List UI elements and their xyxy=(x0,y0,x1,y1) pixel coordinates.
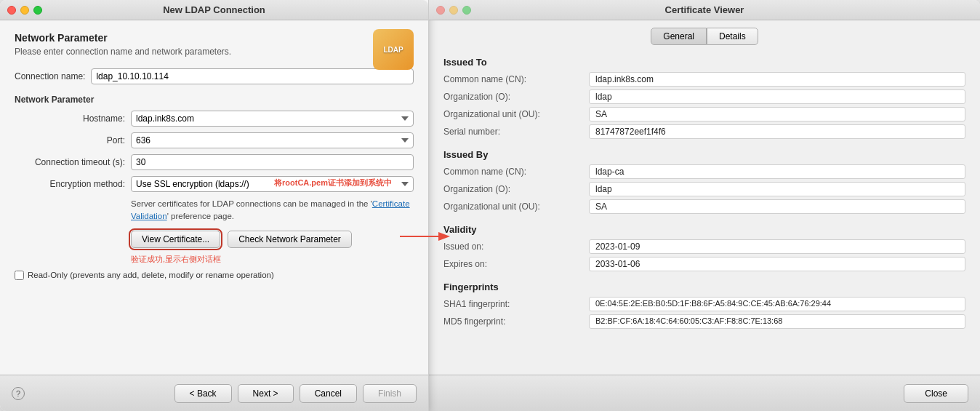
finish-button[interactable]: Finish xyxy=(363,384,417,403)
section-title: Network Parameter xyxy=(15,32,414,44)
buttons-row: View Certificate... Check Network Parame… xyxy=(131,231,414,248)
cancel-button[interactable]: Cancel xyxy=(300,384,357,403)
left-bottom-bar: ? < Back Next > Cancel Finish xyxy=(0,375,428,411)
left-content-area: LDAP Network Parameter Please enter conn… xyxy=(0,20,428,375)
close-traffic-light-right[interactable] xyxy=(436,6,445,15)
right-titlebar: Certificate Viewer xyxy=(429,0,980,20)
connection-name-label: Connection name: xyxy=(15,71,85,81)
org-row: Organization (O): ldap xyxy=(443,89,965,104)
by-ou-row: Organizational unit (OU): SA xyxy=(443,199,965,214)
serial-value: 81747872eef1f4f6 xyxy=(589,124,965,139)
cn-label: Common name (CN): xyxy=(443,74,589,84)
cert-tabs: General Details xyxy=(429,20,980,49)
right-bottom-bar: Close xyxy=(429,375,980,411)
back-button[interactable]: < Back xyxy=(174,384,232,403)
network-param-label: Network Parameter xyxy=(15,95,414,105)
expires-value: 2033-01-06 xyxy=(589,257,965,271)
org-value: ldap xyxy=(589,89,965,104)
issued-by-section: Issued By Common name (CN): ldap-ca Orga… xyxy=(443,149,965,214)
serial-label: Serial number: xyxy=(443,127,589,137)
hostname-label: Hostname: xyxy=(15,113,131,124)
check-network-button[interactable]: Check Network Parameter xyxy=(228,231,352,248)
next-button[interactable]: Next > xyxy=(238,384,294,403)
tab-details[interactable]: Details xyxy=(707,28,758,45)
connection-name-input[interactable] xyxy=(91,68,414,84)
section-subtitle: Please enter connection name and network… xyxy=(15,47,414,57)
sha1-row: SHA1 fingerprint: 0E:04:5E:2E:EB:B0:5D:1… xyxy=(443,297,965,311)
left-window-title: New LDAP Connection xyxy=(163,4,265,15)
view-certificate-button[interactable]: View Certificate... xyxy=(131,231,220,248)
minimize-traffic-light-right[interactable] xyxy=(449,6,458,15)
by-cn-value: ldap-ca xyxy=(589,164,965,179)
sha1-label: SHA1 fingerprint: xyxy=(443,299,589,309)
by-cn-label: Common name (CN): xyxy=(443,167,589,177)
encryption-select[interactable]: Use SSL encryption (ldaps://) xyxy=(131,176,414,192)
readonly-label[interactable]: Read-Only (prevents any add, delete, mod… xyxy=(15,271,274,280)
issued-by-title: Issued By xyxy=(443,149,965,160)
issued-to-title: Issued To xyxy=(443,57,965,68)
by-org-label: Organization (O): xyxy=(443,184,589,194)
minimize-traffic-light[interactable] xyxy=(20,6,29,15)
fingerprints-section: Fingerprints SHA1 fingerprint: 0E:04:5E:… xyxy=(443,282,965,329)
org-label: Organization (O): xyxy=(443,92,589,102)
maximize-traffic-light[interactable] xyxy=(33,6,42,15)
hostname-row: Hostname: ldap.ink8s.com xyxy=(15,111,414,127)
serial-row: Serial number: 81747872eef1f4f6 xyxy=(443,124,965,139)
cert-info: Server certificates for LDAP connections… xyxy=(131,198,414,223)
traffic-lights-right xyxy=(436,6,471,15)
cert-content: Issued To Common name (CN): ldap.ink8s.c… xyxy=(429,49,980,375)
readonly-checkbox[interactable] xyxy=(15,271,24,280)
issued-on-value: 2023-01-09 xyxy=(589,239,965,254)
readonly-row: Read-Only (prevents any add, delete, mod… xyxy=(15,271,414,280)
encryption-row: Encryption method: Use SSL encryption (l… xyxy=(15,176,414,192)
by-org-row: Organization (O): ldap xyxy=(443,182,965,196)
by-org-value: ldap xyxy=(589,182,965,196)
maximize-traffic-light-right[interactable] xyxy=(462,6,471,15)
org-unit-label: Organizational unit (OU): xyxy=(443,109,589,119)
validity-title: Validity xyxy=(443,224,965,235)
ldap-connection-dialog: New LDAP Connection LDAP Network Paramet… xyxy=(0,0,429,411)
issued-on-row: Issued on: 2023-01-09 xyxy=(443,239,965,254)
issued-to-section: Issued To Common name (CN): ldap.ink8s.c… xyxy=(443,57,965,139)
cert-info-prefix: Server certificates for LDAP connections… xyxy=(131,199,372,208)
timeout-row: Connection timeout (s): xyxy=(15,154,414,170)
port-row: Port: 636 xyxy=(15,132,414,148)
port-select[interactable]: 636 xyxy=(131,132,414,148)
sha1-value: 0E:04:5E:2E:EB:B0:5D:1F:B8:6F:A5:84:9C:C… xyxy=(589,297,965,311)
tab-general[interactable]: General xyxy=(651,28,707,45)
expires-label: Expires on: xyxy=(443,259,589,269)
right-window-title: Certificate Viewer xyxy=(665,4,744,15)
md5-value: B2:BF:CF:6A:18:4C:64:60:05:C3:AF:F8:8C:7… xyxy=(589,314,965,329)
validity-section: Validity Issued on: 2023-01-09 Expires o… xyxy=(443,224,965,271)
cn-row: Common name (CN): ldap.ink8s.com xyxy=(443,72,965,87)
md5-label: MD5 fingerprint: xyxy=(443,316,589,327)
annotation-text: 验证成功,显示右侧对话框 xyxy=(131,254,414,265)
hostname-select[interactable]: ldap.ink8s.com xyxy=(131,111,414,127)
close-traffic-light[interactable] xyxy=(7,6,16,15)
timeout-input[interactable] xyxy=(131,154,414,170)
left-titlebar: New LDAP Connection xyxy=(0,0,428,20)
by-cn-row: Common name (CN): ldap-ca xyxy=(443,164,965,179)
certificate-viewer-dialog: Certificate Viewer General Details Issue… xyxy=(429,0,980,411)
port-label: Port: xyxy=(15,135,131,145)
encryption-label: Encryption method: xyxy=(15,179,131,189)
traffic-lights-left xyxy=(7,6,42,15)
timeout-label: Connection timeout (s): xyxy=(15,157,131,167)
cert-buttons-container: View Certificate... Check Network Parame… xyxy=(131,231,414,265)
help-icon[interactable]: ? xyxy=(12,387,25,400)
cert-info-suffix: ' preference page. xyxy=(167,212,234,220)
cn-value: ldap.ink8s.com xyxy=(589,72,965,87)
fingerprints-title: Fingerprints xyxy=(443,282,965,292)
close-button[interactable]: Close xyxy=(904,384,968,403)
md5-row: MD5 fingerprint: B2:BF:CF:6A:18:4C:64:60… xyxy=(443,314,965,329)
expires-row: Expires on: 2033-01-06 xyxy=(443,257,965,271)
ldap-icon: LDAP xyxy=(373,29,414,70)
by-ou-value: SA xyxy=(589,199,965,214)
org-unit-row: Organizational unit (OU): SA xyxy=(443,107,965,121)
org-unit-value: SA xyxy=(589,107,965,121)
issued-on-label: Issued on: xyxy=(443,242,589,252)
connection-name-row: Connection name: xyxy=(15,68,414,84)
by-ou-label: Organizational unit (OU): xyxy=(443,201,589,212)
